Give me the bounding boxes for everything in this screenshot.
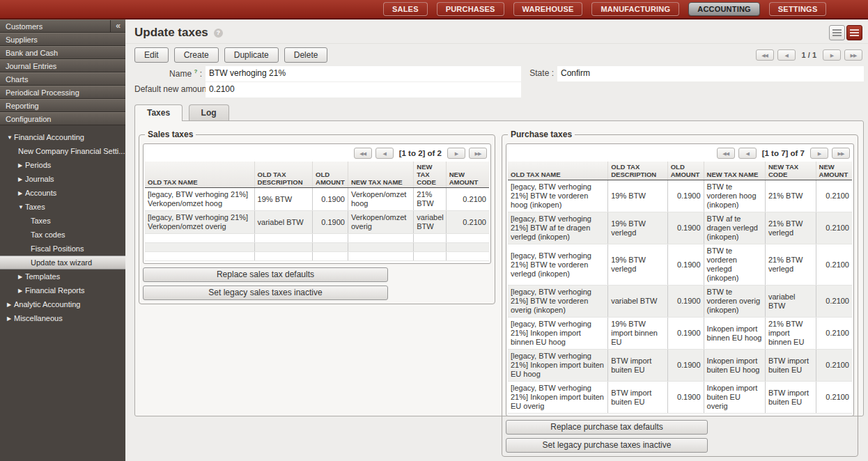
list-view-icon[interactable] — [829, 25, 845, 40]
cell: BTW import buiten EU — [765, 382, 816, 414]
edit-button[interactable]: Edit — [134, 47, 169, 63]
column-header: NEW TAX NAME — [704, 162, 765, 180]
cell: 21% BTW — [414, 188, 446, 211]
set-legacy-sales-taxes-inactive-button[interactable]: Set legacy sales taxes inactive — [143, 286, 388, 300]
delete-button[interactable]: Delete — [284, 47, 328, 63]
table-row[interactable]: [legacy, BTW verhoging 21%] Verkopen/omz… — [145, 211, 489, 234]
sales-last-page-button[interactable]: ▶▶ — [469, 148, 487, 159]
chevron-down-icon: ▼ — [7, 131, 14, 145]
nav-accounting-button[interactable]: ACCOUNTING — [688, 2, 760, 16]
nav-purchases-button[interactable]: PURCHASES — [437, 2, 504, 16]
cell: variabel BTW — [765, 286, 816, 318]
tree-item-accounts[interactable]: ▶Accounts — [0, 186, 125, 200]
purchase-next-page-button[interactable]: ▶ — [810, 148, 828, 159]
table-header-row: OLD TAX NAME OLD TAX DESCRIPTION OLD AMO… — [145, 162, 489, 188]
cell: 0.1900 — [667, 286, 704, 318]
tree-item-miscellaneous[interactable]: ▶Miscellaneous — [0, 311, 125, 325]
tree-item-new-company-financial-settings[interactable]: New Company Financial Setti... — [0, 144, 125, 158]
empty-row — [145, 243, 489, 252]
table-row[interactable]: [legacy, BTW verhoging 21%] BTW te vorde… — [508, 286, 852, 318]
nav-sales-button[interactable]: SALES — [383, 2, 428, 16]
notebook-tabs: Taxes Log — [125, 98, 868, 120]
tree-item-analytic-accounting[interactable]: ▶Analytic Accounting — [0, 297, 125, 311]
cell: 21% BTW verlegd — [765, 244, 816, 286]
tab-taxes[interactable]: Taxes — [134, 104, 183, 121]
chevron-right-icon: ▶ — [7, 312, 14, 326]
purchase-first-page-button[interactable]: ◀◀ — [717, 148, 735, 159]
column-header: NEW AMOUNT — [816, 162, 852, 180]
tab-log[interactable]: Log — [189, 104, 229, 120]
tree-item-fiscal-positions[interactable]: Fiscal Positions — [0, 242, 125, 256]
tree-item-templates[interactable]: ▶Templates — [0, 269, 125, 283]
nav-manufacturing-button[interactable]: MANUFACTURING — [591, 2, 679, 16]
column-header: OLD TAX NAME — [508, 162, 608, 180]
table-row[interactable]: [legacy, BTW verhoging 21%] Inkopen impo… — [508, 350, 852, 382]
cell: [legacy, BTW verhoging 21%] BTW te vorde… — [508, 244, 608, 286]
table-row[interactable]: [legacy, BTW verhoging 21%] BTW af te dr… — [508, 212, 852, 244]
sales-taxes-group: Sales taxes ◀◀ ◀ [1 to 2] of 2 ▶ ▶▶ OLD … — [139, 130, 495, 304]
next-record-button[interactable]: ▶ — [823, 49, 841, 61]
first-record-button[interactable]: ◀◀ — [756, 49, 774, 61]
cell: 19% BTW verlegd — [608, 244, 667, 286]
default-new-amount-field: 0.2100 — [206, 82, 521, 97]
table-row[interactable]: [legacy, BTW verhoging 21%] BTW te vorde… — [508, 244, 852, 286]
nav-warehouse-button[interactable]: WAREHOUSE — [513, 2, 583, 16]
set-legacy-purchase-taxes-inactive-button[interactable]: Set legacy purchase taxes inactive — [506, 438, 708, 453]
replace-sales-tax-defaults-button[interactable]: Replace sales tax defaults — [143, 267, 388, 282]
last-record-button[interactable]: ▶▶ — [844, 49, 862, 61]
create-button[interactable]: Create — [174, 47, 219, 63]
sidebar-item-journal-entries[interactable]: Journal Entries — [0, 59, 125, 72]
sidebar-item-customers[interactable]: Customers « — [0, 19, 125, 33]
table-row[interactable]: [legacy, BTW verhoging 21%] Verkopen/omz… — [145, 188, 489, 211]
cell: [legacy, BTW verhoging 21%] BTW te vorde… — [508, 286, 608, 318]
tree-item-tax-codes[interactable]: Tax codes — [0, 228, 125, 242]
sidebar-item-configuration[interactable]: Configuration — [0, 112, 125, 125]
previous-record-button[interactable]: ◀ — [777, 49, 796, 61]
cell: variabel BTW — [608, 286, 667, 318]
sidebar: Customers « Suppliers Bank and Cash Jour… — [0, 19, 125, 461]
sales-first-page-button[interactable]: ◀◀ — [354, 148, 372, 159]
cell: BTW import buiten EU — [765, 350, 816, 382]
nav-settings-button[interactable]: SETTINGS — [769, 2, 827, 16]
tree-item-taxes-group[interactable]: ▼Taxes — [0, 200, 125, 214]
purchase-taxes-grid: ◀◀ ◀ [1 to 7] of 7 ▶ ▶▶ OLD TAX NAME OLD… — [506, 143, 854, 416]
cell: [legacy, BTW verhoging 21%] Verkopen/omz… — [145, 188, 254, 211]
sidebar-collapse-icon[interactable]: « — [110, 20, 125, 32]
table-row[interactable]: [legacy, BTW verhoging 21%] Inkopen impo… — [508, 382, 852, 414]
tree-item-journals[interactable]: ▶Journals — [0, 172, 125, 186]
sidebar-item-reporting[interactable]: Reporting — [0, 99, 125, 112]
tree-item-financial-accounting[interactable]: ▼Financial Accounting — [0, 130, 125, 144]
sidebar-item-periodical-processing[interactable]: Periodical Processing — [0, 86, 125, 99]
chevron-right-icon: ▶ — [18, 159, 25, 173]
tree-item-financial-reports[interactable]: ▶Financial Reports — [0, 283, 125, 297]
record-pager-text: 1 / 1 — [802, 51, 816, 59]
cell: [legacy, BTW verhoging 21%] Inkopen impo… — [508, 350, 608, 382]
column-header: OLD TAX DESCRIPTION — [254, 162, 312, 188]
purchase-pager-text: [1 to 7] of 7 — [762, 149, 805, 157]
purchase-last-page-button[interactable]: ▶▶ — [832, 148, 850, 159]
cell: 0.2100 — [446, 211, 489, 234]
sales-previous-page-button[interactable]: ◀ — [375, 148, 394, 159]
purchase-previous-page-button[interactable]: ◀ — [738, 148, 757, 159]
tree-item-update-tax-wizard[interactable]: Update tax wizard — [0, 256, 125, 269]
cell: Verkopen/omzet overig — [348, 211, 413, 234]
purchase-taxes-table: OLD TAX NAME OLD TAX DESCRIPTION OLD AMO… — [508, 162, 852, 414]
replace-purchase-tax-defaults-button[interactable]: Replace purchase tax defaults — [506, 420, 708, 435]
help-icon: ? — [214, 29, 223, 38]
tree-item-periods[interactable]: ▶Periods — [0, 158, 125, 172]
sidebar-item-bank-and-cash[interactable]: Bank and Cash — [0, 46, 125, 59]
purchase-taxes-legend: Purchase taxes — [508, 130, 575, 139]
cell: BTW te vorderen overig (inkopen) — [704, 286, 765, 318]
sales-next-page-button[interactable]: ▶ — [447, 148, 465, 159]
taxes-tab-panel: Sales taxes ◀◀ ◀ [1 to 2] of 2 ▶ ▶▶ OLD … — [134, 120, 864, 416]
sidebar-item-suppliers[interactable]: Suppliers — [0, 33, 125, 46]
form-view-icon[interactable] — [846, 25, 862, 40]
tree-item-taxes[interactable]: Taxes — [0, 214, 125, 228]
table-row[interactable]: [legacy, BTW verhoging 21%] Inkopen impo… — [508, 318, 852, 350]
name-field: BTW verhoging 21% — [206, 66, 521, 81]
duplicate-button[interactable]: Duplicate — [224, 47, 279, 63]
cell: BTW af te dragen verlegd (inkopen) — [704, 212, 765, 244]
purchase-taxes-group: Purchase taxes ◀◀ ◀ [1 to 7] of 7 ▶ ▶▶ O… — [502, 130, 858, 457]
table-row[interactable]: [legacy, BTW verhoging 21%] BTW te vorde… — [508, 180, 852, 212]
sidebar-item-charts[interactable]: Charts — [0, 72, 125, 86]
